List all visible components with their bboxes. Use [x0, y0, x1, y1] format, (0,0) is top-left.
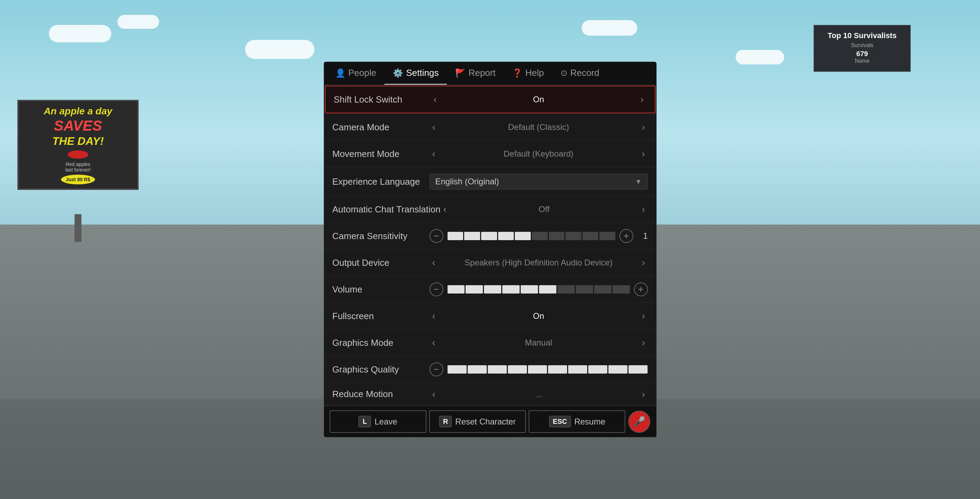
tower-label: Name	[820, 58, 904, 64]
billboard-promo: Just 80 R$	[61, 175, 95, 184]
slider-segment-8	[594, 285, 611, 294]
mic-icon: 🎤	[633, 416, 646, 427]
graphics-quality-decrease[interactable]: −	[430, 362, 443, 376]
camera-mode-left-arrow[interactable]: ‹	[430, 120, 438, 134]
graphics-quality-label: Graphics Quality	[332, 364, 430, 375]
fullscreen-right-arrow[interactable]: ›	[639, 309, 648, 323]
camera-sensitivity-decrease[interactable]: −	[430, 229, 443, 243]
billboard-pole-left	[75, 214, 81, 242]
slider-segment-6	[549, 232, 565, 240]
graphics-quality-track	[447, 365, 648, 373]
slider-segment-1	[468, 365, 487, 373]
slider-segment-9	[612, 285, 630, 294]
reduce-motion-label: Reduce Motion	[332, 389, 430, 400]
reset-character-button[interactable]: R Reset Character	[429, 410, 526, 433]
movement-mode-left-arrow[interactable]: ‹	[430, 147, 438, 161]
setting-camera-mode: Camera Mode ‹ Default (Classic) ›	[324, 114, 656, 141]
slider-segment-2	[481, 232, 497, 240]
volume-control: − +	[430, 283, 648, 296]
camera-sensitivity-number: 1	[638, 231, 648, 241]
tab-report[interactable]: 🚩 Report	[447, 62, 504, 84]
billboard-text-1: An apple a day	[44, 105, 112, 117]
resume-key: ESC	[549, 416, 571, 427]
slider-segment-0	[447, 285, 465, 294]
camera-mode-control: ‹ Default (Classic) ›	[430, 120, 648, 134]
slider-segment-0	[447, 365, 466, 373]
cloud-3	[245, 40, 314, 59]
slider-segment-6	[557, 285, 575, 294]
slider-segment-8	[608, 365, 627, 373]
slider-segment-5	[532, 232, 548, 240]
tower-value: 679	[820, 50, 904, 58]
slider-segment-5	[539, 285, 556, 294]
tab-record-label: Record	[570, 68, 599, 78]
setting-movement-mode: Movement Mode ‹ Default (Keyboard) ›	[324, 141, 656, 167]
shift-lock-left-arrow[interactable]: ‹	[431, 92, 439, 106]
billboard-apple	[68, 150, 88, 159]
movement-mode-right-arrow[interactable]: ›	[639, 147, 648, 161]
auto-chat-left-arrow[interactable]: ‹	[441, 202, 449, 216]
mic-button[interactable]: 🎤	[628, 411, 650, 433]
slider-segment-0	[447, 232, 463, 240]
cloud-1	[49, 25, 111, 42]
setting-fullscreen: Fullscreen ‹ On ›	[324, 303, 656, 329]
fullscreen-label: Fullscreen	[332, 311, 430, 322]
setting-graphics-mode: Graphics Mode ‹ Manual ›	[324, 329, 656, 356]
leave-key: L	[358, 416, 371, 427]
experience-language-arrow: ▼	[635, 178, 642, 186]
tab-help[interactable]: ❓ Help	[504, 62, 552, 84]
bottom-bar: L Leave R Reset Character ESC Resume 🎤	[324, 406, 656, 437]
billboard-board-left: An apple a day SAVES THE DAY! Red apples…	[18, 100, 138, 190]
settings-icon: ⚙️	[393, 68, 403, 78]
graphics-mode-right-arrow[interactable]: ›	[639, 336, 648, 350]
experience-language-dropdown[interactable]: English (Original) ▼	[430, 173, 648, 189]
slider-segment-3	[508, 365, 527, 373]
tower-building: Top 10 Survivalists Survivals 679 Name	[814, 25, 911, 72]
shift-lock-right-arrow[interactable]: ›	[638, 92, 646, 106]
slider-segment-3	[502, 285, 520, 294]
slider-segment-4	[515, 232, 531, 240]
auto-chat-value: Off	[453, 205, 635, 214]
slider-segment-2	[488, 365, 507, 373]
slider-segment-7	[565, 232, 581, 240]
camera-mode-label: Camera Mode	[332, 122, 430, 133]
camera-mode-right-arrow[interactable]: ›	[639, 120, 648, 134]
report-icon: 🚩	[455, 68, 466, 78]
reset-label: Reset Character	[455, 417, 516, 427]
shift-lock-label: Shift Lock Switch	[334, 94, 431, 105]
graphics-mode-left-arrow[interactable]: ‹	[430, 336, 438, 350]
movement-mode-value: Default (Keyboard)	[442, 149, 635, 159]
experience-language-value: English (Original)	[435, 177, 499, 186]
tab-record[interactable]: ⊙ Record	[552, 62, 608, 84]
setting-output-device: Output Device ‹ Speakers (High Definitio…	[324, 249, 656, 276]
output-device-right-arrow[interactable]: ›	[639, 256, 648, 270]
volume-decrease[interactable]: −	[430, 283, 443, 296]
camera-sensitivity-increase[interactable]: +	[619, 229, 633, 243]
leave-button[interactable]: L Leave	[330, 410, 426, 433]
reduce-motion-left-arrow[interactable]: ‹	[430, 388, 438, 401]
tab-settings[interactable]: ⚙️ Settings	[385, 62, 447, 84]
output-device-left-arrow[interactable]: ‹	[430, 256, 438, 270]
reduce-motion-value: ...	[442, 389, 635, 399]
tab-settings-label: Settings	[406, 68, 439, 78]
reduce-motion-control: ‹ ... ›	[430, 388, 648, 401]
reduce-motion-right-arrow[interactable]: ›	[639, 388, 648, 401]
fullscreen-left-arrow[interactable]: ‹	[430, 309, 438, 323]
settings-content: Shift Lock Switch ‹ On › Camera Mode ‹ D…	[324, 86, 656, 406]
tab-people[interactable]: 👤 People	[327, 62, 385, 84]
billboard-subtext-2: last forever!	[65, 167, 91, 173]
auto-chat-right-arrow[interactable]: ›	[639, 202, 648, 216]
slider-segment-7	[588, 365, 607, 373]
people-icon: 👤	[335, 68, 345, 78]
volume-label: Volume	[332, 284, 430, 295]
resume-button[interactable]: ESC Resume	[529, 410, 625, 433]
slider-segment-9	[599, 232, 615, 240]
camera-sensitivity-label: Camera Sensitivity	[332, 231, 430, 242]
cloud-2	[118, 15, 159, 29]
dialog-overlay: 👤 People ⚙️ Settings 🚩 Report ❓ Help ⊙ R…	[324, 62, 657, 437]
setting-auto-chat-translation: Automatic Chat Translation ‹ Off ›	[324, 196, 656, 223]
setting-camera-sensitivity: Camera Sensitivity − + 1	[324, 223, 656, 249]
setting-graphics-quality: Graphics Quality −	[324, 356, 656, 383]
slider-segment-8	[582, 232, 598, 240]
volume-increase[interactable]: +	[634, 283, 648, 296]
